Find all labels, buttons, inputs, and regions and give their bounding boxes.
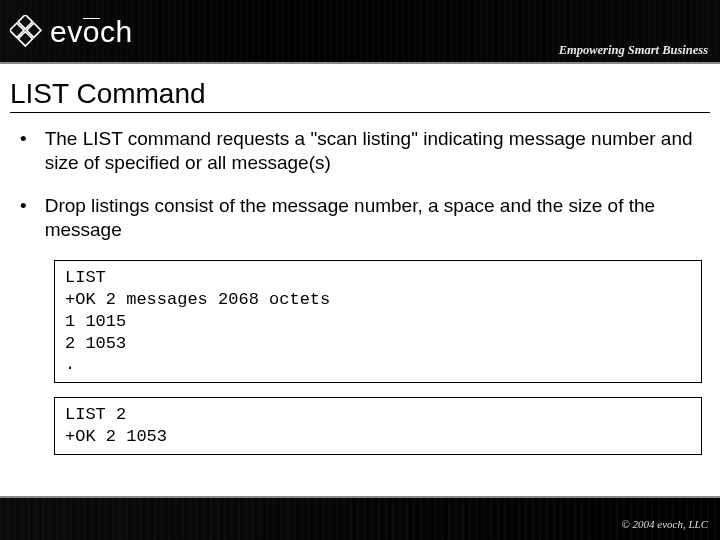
bullet-text: The LIST command requests a "scan listin… — [45, 127, 704, 176]
bullet-icon: • — [20, 127, 27, 176]
footer-bar: © 2004 evoch, LLC — [0, 496, 720, 540]
brand-tagline: Empowering Smart Business — [559, 43, 708, 58]
code-block: LIST +OK 2 messages 2068 octets 1 1015 2… — [54, 260, 702, 383]
brand-name: evoch — [50, 15, 133, 49]
bullet-list: • The LIST command requests a "scan list… — [10, 127, 710, 242]
list-item: • Drop listings consist of the message n… — [20, 194, 704, 243]
diamond-grid-icon — [10, 15, 44, 49]
brand-logo: evoch — [10, 15, 133, 49]
bullet-text: Drop listings consist of the message num… — [45, 194, 704, 243]
slide-title: LIST Command — [10, 72, 710, 113]
header-bar: evoch Empowering Smart Business — [0, 0, 720, 64]
slide-content: LIST Command • The LIST command requests… — [0, 64, 720, 455]
bullet-icon: • — [20, 194, 27, 243]
list-item: • The LIST command requests a "scan list… — [20, 127, 704, 176]
copyright-text: © 2004 evoch, LLC — [621, 518, 708, 530]
code-block: LIST 2 +OK 2 1053 — [54, 397, 702, 455]
